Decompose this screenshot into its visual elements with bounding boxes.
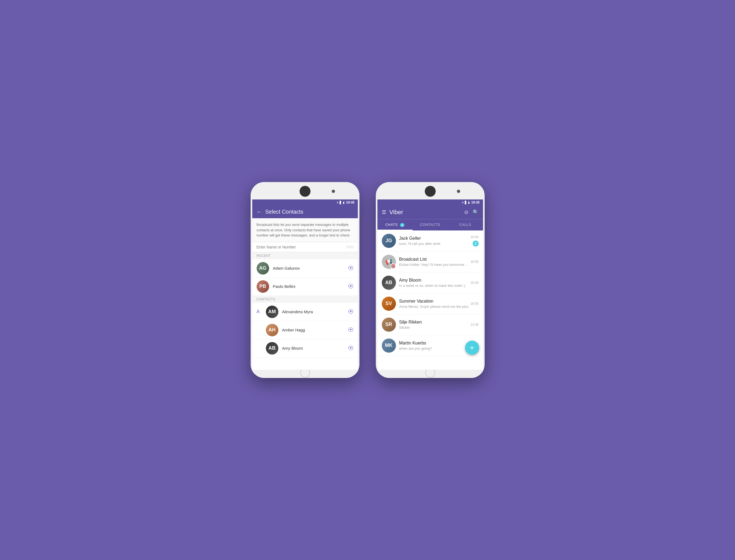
chat-meta-summer: 16:55 [470, 302, 478, 306]
viber-icon-alexmyra: ⦿ [348, 309, 353, 315]
search-icon[interactable]: 🔍 [473, 209, 479, 215]
chat-avatar-summer: SV [382, 297, 396, 311]
contact-name-adam: Adam Galunov [273, 266, 348, 270]
viber-icon-adam: ⦿ [348, 265, 353, 271]
contacts-section-label: CONTACTS [252, 296, 358, 303]
phone-2-time: 19:45 [471, 201, 480, 204]
phone-1-screen-wrapper: ▾ ▋ ▮ 19:45 ← Select Contacts Broadcast … [251, 199, 359, 370]
search-input[interactable] [257, 245, 347, 249]
chat-content-broadcast: Broadcast List Eloise Koiller: Hey! I'll… [399, 257, 470, 267]
phone-1-header: ← Select Contacts [252, 205, 358, 218]
chat-time-jack: 19:44 [470, 235, 478, 239]
phone-1-speaker [300, 186, 310, 197]
section-letter-a: A [257, 309, 263, 315]
contact-item-amy[interactable]: AB Amy Bloom ⦿ [252, 339, 358, 358]
contact-name-paolo: Paolo Bellini [273, 284, 348, 289]
contact-avatar-alexmyra: AM [266, 306, 278, 318]
chat-content-amy: Amy Bloom In a week or so, when im back … [399, 278, 470, 288]
phone-1-bottom [251, 370, 359, 378]
chat-content-summer: Summer Vacation Anna Meraz: Guys! please… [399, 299, 470, 309]
viber-title: Viber [389, 209, 464, 216]
chat-item-silje[interactable]: SR Silje Rikken Sticker 14:38 [377, 314, 483, 335]
phone-2-screen: ▾ ▋ ▮ 19:45 ☰ Viber ⊙ 🔍 [377, 199, 483, 370]
wifi-icon: ▾ [337, 201, 339, 204]
tab-calls[interactable]: CALLS [448, 219, 483, 230]
phone-1-camera [332, 190, 335, 193]
contact-avatar-amy: AB [266, 342, 278, 355]
chat-preview-silje: Sticker [399, 325, 470, 330]
chat-item-broadcast[interactable]: 📢 Broadcast List Eloise Koiller: Hey! I'… [377, 251, 483, 272]
tab-chats[interactable]: CHATS 3 [377, 219, 413, 230]
search-count: 0/20 [346, 245, 353, 249]
search-bar[interactable]: 0/20 [252, 242, 358, 252]
chat-name-jack: Jack Geller [399, 236, 470, 241]
tab-contacts[interactable]: CONTACTS [413, 219, 448, 230]
chat-avatar-amy: AB [382, 276, 396, 290]
chat-time-summer: 16:55 [470, 302, 478, 306]
hamburger-icon[interactable]: ☰ [382, 209, 386, 215]
viber-header: ☰ Viber ⊙ 🔍 [377, 205, 483, 219]
viber-icon-paolo: ⦿ [348, 283, 353, 290]
phone-2-top-bar [376, 182, 485, 199]
chat-preview-amy: In a week or so, when im back lets meet … [399, 284, 470, 288]
contact-item-amber[interactable]: AH Amber Hagg ⦿ [252, 321, 358, 339]
chat-time-broadcast: 18:56 [470, 260, 478, 264]
phone-2-camera [457, 190, 460, 193]
recent-section-label: RECENT [252, 252, 358, 259]
phone-1-time: 19:45 [346, 201, 355, 204]
tab-chats-badge: 3 [400, 223, 405, 227]
tab-contacts-label: CONTACTS [420, 223, 440, 227]
chat-meta-silje: 14:38 [470, 323, 478, 327]
phone-1-status-icons: ▾ ▋ ▮ [337, 201, 345, 204]
chat-avatar-martin: MK [382, 339, 396, 353]
phone-2-screen-wrapper: ▾ ▋ ▮ 19:45 ☰ Viber ⊙ 🔍 [376, 199, 485, 370]
chat-meta-jack: 19:44 3 [470, 235, 478, 247]
chat-avatar-jack: JG [382, 234, 396, 248]
phone-2-status-icons: ▾ ▋ ▮ [462, 201, 470, 204]
header-actions: ⊙ 🔍 [464, 209, 479, 215]
contact-avatar-adam: AG [257, 262, 269, 275]
chat-meta-amy: 18:28 [470, 281, 478, 285]
tab-calls-label: CALLS [459, 223, 471, 227]
viber-icon-amber: ⦿ [348, 327, 353, 333]
chat-item-summer[interactable]: SV Summer Vacation Anna Meraz: Guys! ple… [377, 293, 483, 314]
battery-icon-2: ▮ [468, 201, 470, 204]
chat-item-jack[interactable]: JG Jack Geller sure, i'll call you after… [377, 230, 483, 251]
chat-preview-jack: sure, i'll call you after work [399, 242, 470, 246]
contact-item-paolo[interactable]: PB Paolo Bellini ⦿ [252, 278, 358, 296]
contact-name-alexmyra: Alexandera Myra [282, 309, 348, 314]
fab-new-chat-button[interactable]: + [465, 341, 479, 355]
chat-avatar-silje: SR [382, 318, 396, 332]
viber-icon-amy: ⦿ [348, 345, 353, 351]
phone-1-status-bar: ▾ ▋ ▮ 19:45 [252, 199, 358, 205]
contacts-scroll-area[interactable]: RECENT AG Adam Galunov ⦿ PB Paolo Bellin… [252, 252, 358, 370]
phone-1-title: Select Contacts [265, 209, 353, 215]
chat-name-silje: Silje Rikken [399, 320, 470, 325]
phone-2-status-bar: ▾ ▋ ▮ 19:45 [377, 199, 483, 205]
phone-1: ▾ ▋ ▮ 19:45 ← Select Contacts Broadcast … [251, 182, 359, 378]
contact-avatar-paolo: PB [257, 280, 269, 293]
contact-item-adam[interactable]: AG Adam Galunov ⦿ [252, 259, 358, 278]
qr-icon[interactable]: ⊙ [464, 209, 468, 215]
unread-badge-jack: 3 [473, 241, 479, 247]
wifi-icon-2: ▾ [462, 201, 464, 204]
broadcast-info-text: Broadcast lists let you send separate me… [252, 218, 358, 242]
chat-name-summer: Summer Vacation [399, 299, 470, 304]
chat-name-broadcast: Broadcast List [399, 257, 470, 262]
tab-chats-label: CHATS [385, 223, 398, 227]
phones-container: ▾ ▋ ▮ 19:45 ← Select Contacts Broadcast … [251, 182, 485, 378]
broadcast-mini-avatar [390, 263, 396, 269]
phone-2-bottom [376, 370, 485, 378]
chat-time-amy: 18:28 [470, 281, 478, 285]
back-button[interactable]: ← [257, 209, 262, 215]
contact-name-amy: Amy Bloom [282, 346, 348, 350]
chat-item-amybloom[interactable]: AB Amy Bloom In a week or so, when im ba… [377, 272, 483, 293]
phone-2-speaker [425, 186, 436, 197]
contact-name-amber: Amber Hagg [282, 328, 348, 332]
battery-icon: ▮ [343, 201, 345, 204]
chat-name-amy: Amy Bloom [399, 278, 470, 283]
signal-icon: ▋ [340, 201, 342, 204]
signal-icon-2: ▋ [465, 201, 467, 204]
contact-item-alexmyra[interactable]: A AM Alexandera Myra ⦿ [252, 303, 358, 321]
chat-preview-summer: Anna Meraz: Guys! please send me the pic… [399, 304, 470, 309]
